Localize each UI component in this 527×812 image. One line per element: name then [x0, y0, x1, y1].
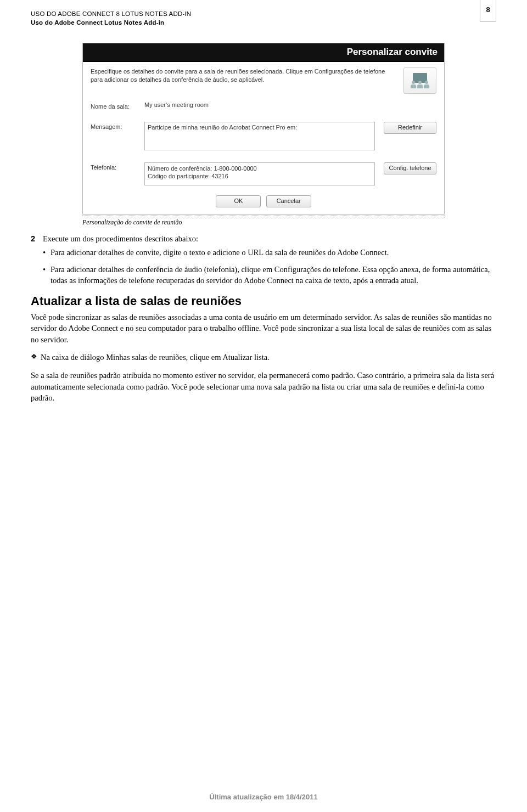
phone-config-button[interactable]: Config. telefone: [384, 162, 436, 174]
dialog-body: Especifique os detalhes do convite para …: [83, 62, 444, 214]
paragraph: Se a sala de reuniões padrão atribuída n…: [31, 370, 496, 404]
room-name-value: My user's meeting room: [144, 101, 436, 108]
room-name-label: Nome da sala:: [91, 101, 140, 110]
ok-button[interactable]: OK: [216, 195, 261, 207]
dialog-description: Especifique os detalhes do convite para …: [91, 67, 397, 84]
message-label: Mensagem:: [91, 122, 140, 130]
telephony-label: Telefonia:: [91, 162, 140, 171]
header-line1: USO DO ADOBE CONNECT 8 LOTUS NOTES ADD-I…: [31, 10, 496, 19]
step-number: 2: [31, 234, 43, 244]
step-text: Execute um dos procedimentos descritos a…: [43, 234, 198, 244]
page-footer: Última atualização em 18/4/2011: [0, 793, 527, 801]
paragraph: Você pode sincronizar as salas de reuniõ…: [31, 312, 496, 346]
dialog-description-row: Especifique os detalhes do convite para …: [91, 67, 436, 94]
section-heading: Atualizar a lista de salas de reuniões: [31, 294, 496, 308]
header-line2: Uso do Adobe Connect Lotus Notes Add-in: [31, 19, 496, 27]
page-header: USO DO ADOBE CONNECT 8 LOTUS NOTES ADD-I…: [0, 0, 527, 26]
tel-line-2: Código do participante: 43216: [148, 172, 372, 180]
dialog-title: Personalizar convite: [347, 47, 438, 58]
reset-button[interactable]: Redefinir: [384, 122, 436, 134]
list-item: Para adicionar detalhes de convite, digi…: [43, 247, 496, 258]
header-text: USO DO ADOBE CONNECT 8 LOTUS NOTES ADD-I…: [31, 10, 496, 27]
dialog-screenshot: Personalizar convite Especifique os deta…: [82, 43, 445, 215]
dialog-footer-buttons: OK Cancelar: [91, 195, 436, 207]
figure-caption: Personalização do convite de reunião: [82, 218, 445, 227]
tel-line-1: Número de conferência: 1-800-000-0000: [148, 165, 372, 172]
step-line: 2 Execute um dos procedimentos descritos…: [31, 234, 496, 244]
page-content: Personalizar convite Especifique os deta…: [0, 26, 527, 404]
dialog-titlebar: Personalizar convite: [83, 43, 444, 62]
dotted-separator: [82, 216, 445, 216]
telephony-row: Telefonia: Número de conferência: 1-800-…: [91, 162, 436, 185]
room-name-row: Nome da sala: My user's meeting room: [91, 101, 436, 110]
diamond-step: Na caixa de diálogo Minhas salas de reun…: [31, 352, 496, 363]
list-item: Para adicionar detalhes de conferência d…: [43, 264, 496, 286]
people-icon: [411, 73, 429, 88]
cancel-button[interactable]: Cancelar: [266, 195, 311, 207]
message-input[interactable]: Participe de minha reunião do Acrobat Co…: [144, 122, 375, 150]
page-number: 8: [486, 5, 490, 14]
bullet-list: Para adicionar detalhes de convite, digi…: [43, 247, 496, 286]
meeting-room-icon: [403, 67, 436, 94]
telephony-input[interactable]: Número de conferência: 1-800-000-0000 Có…: [144, 162, 375, 185]
page-number-box: 8: [480, 0, 496, 22]
message-row: Mensagem: Participe de minha reunião do …: [91, 122, 436, 150]
